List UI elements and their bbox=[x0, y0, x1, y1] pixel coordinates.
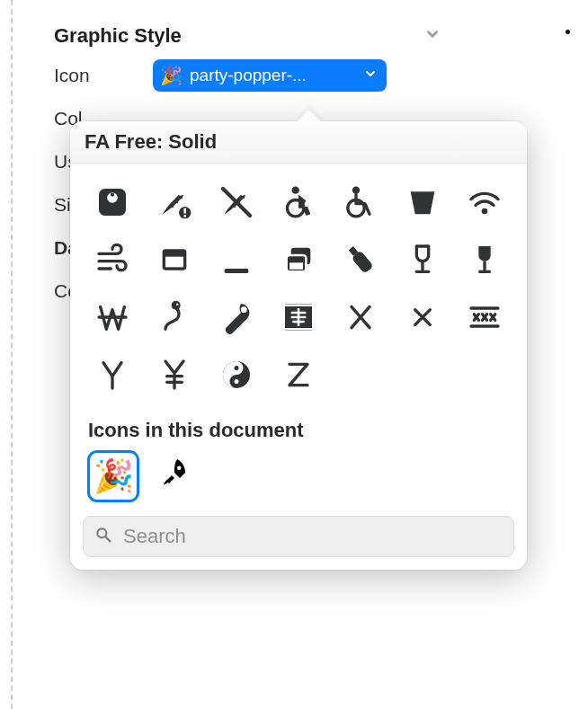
svg-rect-13 bbox=[165, 257, 183, 268]
svg-point-11 bbox=[481, 208, 487, 215]
wine-glass-empty-icon[interactable] bbox=[397, 237, 447, 282]
svg-point-41 bbox=[235, 366, 239, 370]
wrench-icon[interactable] bbox=[212, 295, 262, 340]
svg-point-25 bbox=[172, 301, 181, 310]
weight-scale-icon[interactable] bbox=[88, 180, 138, 225]
x-icon[interactable] bbox=[335, 295, 385, 340]
document-icons-header: Icons in this document bbox=[70, 406, 527, 451]
doc-icon-rocket[interactable] bbox=[149, 451, 200, 501]
yen-sign-icon[interactable] bbox=[150, 352, 200, 397]
decorative-dot bbox=[566, 30, 570, 34]
icon-picker-popover: FA Free: Solid bbox=[70, 121, 527, 570]
icon-row-label: Icon bbox=[54, 65, 153, 86]
wheelchair-move-icon[interactable] bbox=[274, 180, 324, 225]
z-icon[interactable] bbox=[274, 352, 324, 397]
won-sign-icon[interactable] bbox=[88, 295, 138, 340]
svg-point-2 bbox=[111, 193, 114, 197]
wine-bottle-icon[interactable] bbox=[335, 237, 385, 282]
wifi-icon[interactable] bbox=[459, 180, 509, 225]
xmark-icon[interactable] bbox=[397, 295, 447, 340]
window-maximize-icon[interactable] bbox=[150, 237, 200, 282]
svg-point-42 bbox=[235, 379, 239, 384]
doc-icon-party-popper[interactable]: 🎉 bbox=[88, 451, 138, 501]
svg-line-45 bbox=[106, 537, 111, 542]
window-restore-icon[interactable] bbox=[274, 237, 324, 282]
icon-select-value: party-popper-... bbox=[190, 66, 356, 85]
collapse-chevron-icon[interactable] bbox=[424, 26, 441, 46]
svg-point-26 bbox=[176, 304, 179, 306]
icon-select-dropdown[interactable]: 🎉 party-popper-... bbox=[153, 59, 387, 92]
wheelchair-icon[interactable] bbox=[335, 180, 385, 225]
svg-point-43 bbox=[177, 466, 182, 471]
party-popper-icon: 🎉 bbox=[160, 66, 183, 84]
wine-glass-icon[interactable] bbox=[459, 237, 509, 282]
x-ray-icon[interactable] bbox=[274, 295, 324, 340]
icon-library-title: FA Free: Solid bbox=[85, 130, 512, 154]
svg-rect-4 bbox=[184, 208, 187, 214]
search-input[interactable] bbox=[121, 524, 503, 549]
rocket-icon bbox=[158, 456, 191, 496]
worm-icon[interactable] bbox=[150, 295, 200, 340]
icon-grid bbox=[70, 164, 527, 406]
svg-point-27 bbox=[241, 306, 247, 313]
section-title: Graphic Style bbox=[54, 24, 182, 48]
window-minimize-icon[interactable] bbox=[212, 237, 262, 282]
wheat-slash-icon[interactable] bbox=[212, 180, 262, 225]
search-icon bbox=[94, 526, 112, 547]
wind-icon[interactable] bbox=[88, 237, 138, 282]
xmarks-lines-icon[interactable] bbox=[459, 295, 509, 340]
party-popper-icon: 🎉 bbox=[94, 457, 134, 495]
svg-point-9 bbox=[352, 187, 360, 194]
svg-rect-17 bbox=[290, 262, 303, 270]
whiskey-glass-icon[interactable] bbox=[397, 180, 447, 225]
wheat-alert-icon[interactable] bbox=[150, 180, 200, 225]
chevron-down-icon bbox=[363, 66, 378, 85]
svg-rect-5 bbox=[184, 215, 187, 217]
svg-rect-14 bbox=[225, 269, 249, 273]
svg-point-7 bbox=[291, 187, 298, 194]
document-edge bbox=[11, 0, 13, 709]
icon-search-field[interactable] bbox=[83, 516, 514, 557]
y-icon[interactable] bbox=[88, 352, 138, 397]
yin-yang-icon[interactable] bbox=[212, 352, 262, 397]
